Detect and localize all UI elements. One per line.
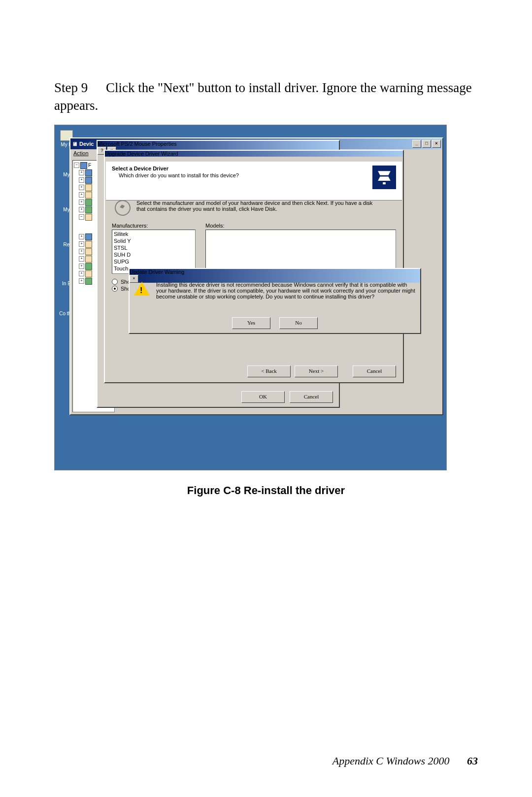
dialog-title: Microsoft PS/2 Mouse Properties [98,141,177,147]
tree-expand-icon[interactable]: + [79,271,84,276]
back-button[interactable]: < Back [247,365,291,377]
window-icon: 🖥 [72,141,77,147]
wizard-subheading: Which driver do you want to install for … [119,172,239,178]
models-label: Models: [205,223,396,229]
device-icon [85,278,92,285]
manufacturers-listbox[interactable]: Silitek Solid Y STSL SUH D SUPG Touch [112,230,196,274]
window-title: Devic [79,141,94,147]
device-icon [85,256,92,263]
cancel-button[interactable]: Cancel [290,391,333,403]
page-number: 63 [467,755,478,767]
ok-button[interactable]: OK [241,391,285,403]
tree-expand-icon[interactable]: + [79,241,84,247]
radio-icon [112,286,118,292]
manufacturers-label: Manufacturers: [112,223,196,229]
no-button[interactable]: No [279,317,318,329]
warning-icon [134,282,149,296]
tree-expand-icon[interactable]: + [79,234,84,239]
device-icon [85,169,92,176]
warning-message: Installing this device driver is not rec… [156,282,415,299]
tree-expand-icon[interactable]: + [79,249,84,254]
device-icon [85,214,92,221]
tree-expand-icon[interactable]: + [79,177,84,183]
titlebar[interactable]: Upgrade Device Driver Wizard [105,151,403,157]
close-button[interactable]: × [432,140,441,148]
wizard-heading: Select a Device Driver [112,166,239,171]
tree-expand-icon[interactable]: + [79,192,84,198]
wizard-title: Upgrade Device Driver Wizard [105,151,178,157]
tree-expand-icon[interactable]: + [79,185,84,190]
radio-icon [112,279,118,285]
update-driver-warning-dialog: Update Driver Warning × Installing this … [129,268,421,334]
device-icon [85,241,92,248]
device-icon [85,177,92,184]
list-item[interactable]: SUH D [114,251,194,258]
step-text: Step 9 Click the "Next" button to instal… [54,79,478,115]
maximize-button[interactable]: □ [422,140,431,148]
list-item[interactable]: STSL [114,244,194,251]
figure-caption: Figure C-8 Re-install the driver [54,484,478,497]
models-listbox[interactable] [205,230,396,274]
device-icon [85,270,92,277]
yes-button[interactable]: Yes [232,317,270,329]
wizard-info-text: Select the manufacturer and model of you… [136,200,383,212]
footer-text: Appendix C Windows 2000 [332,755,450,767]
titlebar[interactable]: Update Driver Warning × [130,269,420,283]
cancel-button[interactable]: Cancel [353,365,396,377]
step-label: Step 9 [54,80,102,95]
computer-icon [80,162,87,169]
device-icon [85,199,92,206]
tree-expand-icon[interactable]: + [79,170,84,175]
list-item[interactable]: SUPG [114,258,194,265]
tree-expand-icon[interactable]: + [79,199,84,205]
tree-expand-icon[interactable]: + [79,207,84,212]
device-icon [85,263,92,270]
tree-collapse-icon[interactable]: − [74,163,79,168]
device-icon [85,192,92,199]
list-item[interactable]: Solid Y [114,237,194,244]
device-icon [85,184,92,191]
wizard-header: Select a Device Driver Which driver do y… [106,162,402,200]
tree-expand-icon[interactable]: + [79,278,84,284]
upgrade-driver-wizard: Upgrade Device Driver Wizard Select a De… [104,150,404,383]
tree-expand-icon[interactable]: + [79,264,84,269]
page-footer: Appendix C Windows 2000 63 [332,755,478,767]
device-icon [85,233,92,240]
info-icon [113,198,132,217]
menu-action[interactable]: Action [73,150,89,156]
screenshot-desktop: My D My My Re In E Co the [54,125,447,470]
list-item[interactable]: Silitek [114,231,194,237]
step-body: Click the "Next" button to install drive… [54,80,472,113]
warning-title: Update Driver Warning [130,269,184,275]
wizard-graphic-icon [372,166,396,189]
minimize-button[interactable]: _ [412,140,421,148]
tree-expand-icon[interactable]: + [79,256,84,262]
tree-collapse-icon[interactable]: − [79,214,84,220]
next-button[interactable]: Next > [295,365,338,377]
device-icon [85,248,92,255]
device-icon [85,206,92,213]
